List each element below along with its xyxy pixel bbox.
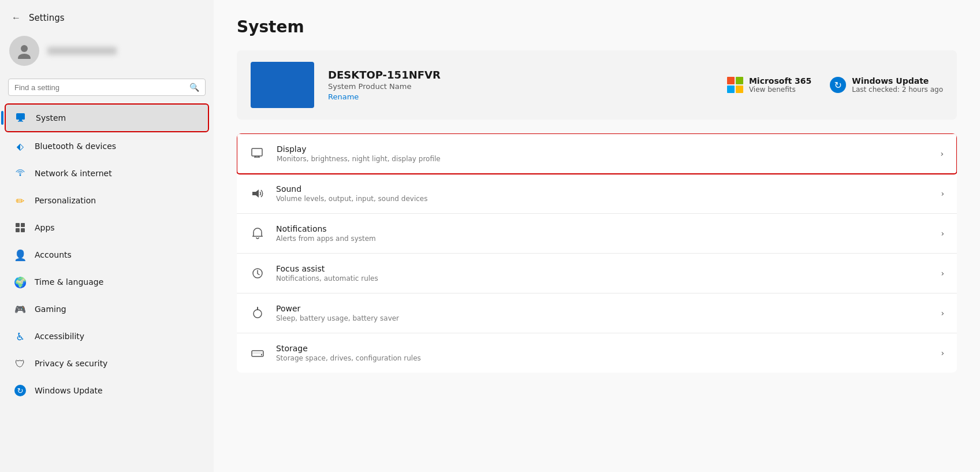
sidebar-item-windows-update[interactable]: ↻ Windows Update [5,377,209,404]
storage-chevron: › [941,348,944,358]
notifications-title: Notifications [276,224,930,233]
apps-icon [14,221,27,234]
ms365-quick-link[interactable]: Microsoft 365 View benefits [727,76,811,94]
svg-point-1 [18,54,31,59]
wu-subtitle: Last checked: 2 hours ago [852,86,943,94]
storage-title: Storage [276,344,930,353]
svg-marker-14 [252,189,259,198]
svg-rect-17 [252,351,263,356]
accounts-icon: 👤 [14,248,27,261]
setting-notifications[interactable]: Notifications Alerts from apps and syste… [237,214,957,254]
app-title: Settings [29,13,65,23]
focus-icon [249,265,266,281]
gaming-icon: 🎮 [14,303,27,315]
sidebar-item-label-network: Network & internet [35,169,112,178]
notifications-chevron: › [941,229,944,238]
sidebar-item-label-personalization: Personalization [35,196,96,205]
focus-subtitle: Notifications, automatic rules [276,274,930,283]
svg-rect-3 [19,120,22,121]
svg-point-0 [21,45,28,52]
sidebar-item-label-accounts: Accounts [35,250,72,259]
display-subtitle: Monitors, brightness, night light, displ… [277,155,930,163]
sidebar-item-network[interactable]: Network & internet [5,160,209,187]
accessibility-icon: ♿ [14,330,27,343]
page-title: System [237,17,957,36]
personalization-icon: ✏ [14,194,27,207]
pc-info: DESKTOP-151NFVR System Product Name Rena… [328,69,713,101]
power-title: Power [276,304,930,313]
power-subtitle: Sleep, battery usage, battery saver [276,314,930,322]
ms365-text: Microsoft 365 View benefits [749,76,811,94]
sidebar-item-apps[interactable]: Apps [5,214,209,241]
notifications-icon [249,225,266,241]
ms365-title: Microsoft 365 [749,76,811,86]
svg-rect-7 [21,223,25,227]
sidebar: ← Settings 🔍 System [0,0,214,472]
sidebar-item-label-system: System [36,113,66,122]
setting-storage[interactable]: Storage Storage space, drives, configura… [237,333,957,373]
svg-rect-10 [252,148,262,156]
sidebar-item-label-accessibility: Accessibility [35,332,84,341]
sidebar-item-personalization[interactable]: ✏ Personalization [5,187,209,214]
storage-subtitle: Storage space, drives, configuration rul… [276,354,930,362]
system-info-card: DESKTOP-151NFVR System Product Name Rena… [237,50,957,120]
network-icon [14,167,27,180]
wu-icon: ↻ [830,77,846,93]
power-icon [249,305,266,321]
sidebar-item-gaming[interactable]: 🎮 Gaming [5,296,209,322]
ms365-icon [727,77,743,93]
svg-rect-6 [16,223,20,227]
search-box[interactable]: 🔍 [8,79,206,96]
wu-text: Windows Update Last checked: 2 hours ago [852,76,943,94]
svg-rect-9 [21,228,25,232]
focus-title: Focus assist [276,264,930,273]
rename-link[interactable]: Rename [328,92,359,101]
sidebar-item-bluetooth[interactable]: ⬖ Bluetooth & devices [5,133,209,159]
svg-rect-4 [18,121,23,122]
sidebar-item-label-windows-update: Windows Update [35,386,103,395]
sound-subtitle: Volume levels, output, input, sound devi… [276,195,930,203]
sidebar-item-label-privacy: Privacy & security [35,359,107,368]
sidebar-item-label-gaming: Gaming [35,304,66,314]
active-indicator [1,111,3,125]
sidebar-item-accessibility[interactable]: ♿ Accessibility [5,323,209,350]
svg-rect-8 [16,228,20,232]
setting-focus-assist[interactable]: Focus assist Notifications, automatic ru… [237,254,957,293]
setting-display[interactable]: Display Monitors, brightness, night ligh… [237,133,957,174]
avatar-section [0,30,214,75]
svg-point-15 [254,310,262,318]
notifications-text: Notifications Alerts from apps and syste… [276,224,930,243]
svg-rect-2 [16,113,25,120]
ms365-subtitle: View benefits [749,86,811,94]
wu-quick-link[interactable]: ↻ Windows Update Last checked: 2 hours a… [830,76,943,94]
storage-icon [249,345,266,361]
sound-title: Sound [276,184,930,194]
display-icon [250,146,266,162]
sidebar-item-system[interactable]: System [5,103,209,132]
pc-product: System Product Name [328,82,713,91]
sound-chevron: › [941,189,944,198]
avatar[interactable] [9,36,39,66]
svg-point-5 [20,174,21,176]
search-input[interactable] [14,83,185,92]
bluetooth-icon: ⬖ [14,140,27,153]
time-icon: 🌍 [14,276,27,288]
privacy-icon: 🛡 [14,357,27,370]
back-button[interactable]: ← [9,10,23,25]
setting-sound[interactable]: Sound Volume levels, output, input, soun… [237,174,957,214]
power-text: Power Sleep, battery usage, battery save… [276,304,930,322]
quick-links: Microsoft 365 View benefits ↻ Windows Up… [727,76,943,94]
power-chevron: › [941,309,944,318]
display-text: Display Monitors, brightness, night ligh… [277,144,930,163]
focus-text: Focus assist Notifications, automatic ru… [276,264,930,283]
sidebar-item-privacy[interactable]: 🛡 Privacy & security [5,350,209,377]
setting-power[interactable]: Power Sleep, battery usage, battery save… [237,293,957,333]
sound-text: Sound Volume levels, output, input, soun… [276,184,930,203]
nav-list: System ⬖ Bluetooth & devices Network & i… [0,103,214,472]
display-title: Display [277,144,930,154]
wu-title: Windows Update [852,76,943,86]
avatar-name [47,47,117,55]
sidebar-item-accounts[interactable]: 👤 Accounts [5,241,209,268]
sidebar-item-label-time: Time & language [35,277,103,287]
sidebar-item-time[interactable]: 🌍 Time & language [5,269,209,295]
